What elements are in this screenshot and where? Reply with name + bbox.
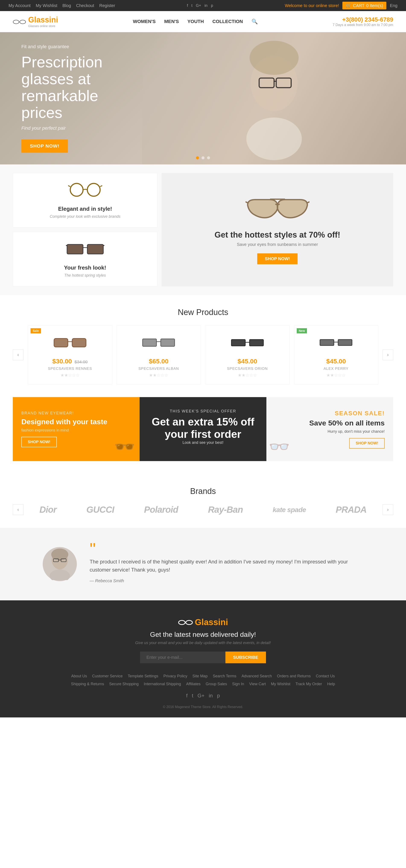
product-image-0 (32, 332, 108, 353)
hero-shop-now-button[interactable]: SHOP NOW! (21, 140, 68, 153)
nav-womens[interactable]: WOMEN'S (133, 19, 155, 24)
footer-link-wishlist[interactable]: My Wishlist (271, 682, 290, 686)
register-link[interactable]: Register (99, 3, 115, 8)
facebook-icon[interactable]: f (187, 3, 188, 8)
my-wishlist-link[interactable]: My Wishlist (36, 3, 57, 8)
nav-collection[interactable]: COLLECTION (212, 19, 243, 24)
quote-mark: " (90, 545, 363, 553)
logo-sub: Glasses online store (28, 24, 58, 28)
footer-pinterest-icon[interactable]: p (217, 693, 220, 699)
footer-twitter-icon[interactable]: t (192, 693, 194, 699)
top-bar: My Account My Wishlist Blog Checkout Reg… (0, 0, 406, 11)
aviator-glasses-svg (245, 195, 310, 223)
footer-link-privacy[interactable]: Privacy Policy (164, 674, 187, 678)
promo-orange-button[interactable]: SHOP NOW! (21, 437, 57, 447)
svg-rect-19 (72, 338, 86, 347)
twitter-icon[interactable]: t (192, 3, 193, 8)
footer-link-international[interactable]: International Shipping (144, 682, 181, 686)
promo-light-button[interactable]: SHOP NOW! (349, 438, 385, 448)
brand-prada[interactable]: PRADA (336, 504, 367, 515)
footer-link-contact[interactable]: Contact Us (316, 674, 335, 678)
testimonial-content: " The product I received is of the highe… (90, 545, 363, 583)
language-selector[interactable]: Eng (390, 3, 398, 8)
product-price-2: $45.00 (210, 358, 285, 365)
phone-number: +3(800) 2345-6789 (332, 16, 393, 23)
footer-newsletter-sub: Give us your email and you will be daily… (13, 641, 393, 645)
hero-dot-3[interactable] (207, 156, 210, 159)
product-name-0: SPECSAVERS RENNES (32, 367, 108, 371)
products-carousel: ‹ Sale $30.00 $34.00 SPECSAVERS RENNES ★… (13, 326, 393, 384)
linkedin-icon[interactable]: in (204, 3, 207, 8)
brands-carousel: ‹ Dior GUCCI Polaroid Ray-Ban kate spade… (13, 504, 393, 515)
footer-link-track-order[interactable]: Track My Order (295, 682, 322, 686)
footer-link-sitemap[interactable]: Site Map (193, 674, 208, 678)
hero-dot-2[interactable] (202, 156, 204, 159)
footer-link-view-cart[interactable]: View Cart (249, 682, 266, 686)
footer-link-search-terms[interactable]: Search Terms (213, 674, 236, 678)
contact-info: +3(800) 2345-6789 7 Days a week from 9:0… (332, 16, 393, 27)
footer-link-shipping[interactable]: Shipping & Returns (71, 682, 104, 686)
footer-link-secure-shopping[interactable]: Secure Shopping (109, 682, 139, 686)
brands-section-title: Brands (13, 487, 393, 496)
brand-gucci[interactable]: GUCCI (86, 504, 114, 515)
subscribe-button[interactable]: SUBSCRIBE (225, 652, 266, 663)
product-badge-new: New (297, 328, 307, 333)
pinterest-icon[interactable]: p (211, 3, 213, 8)
hero-dot-1[interactable] (196, 156, 199, 159)
cart-icon: 🛒 (346, 3, 351, 8)
footer-social-icons: f t G+ in p (13, 693, 393, 699)
brands-next-button[interactable]: › (382, 504, 393, 515)
footer-link-help[interactable]: Help (327, 682, 335, 686)
promo-dark-desc: Look and see your best! (182, 440, 224, 445)
brand-rayban[interactable]: Ray-Ban (208, 504, 243, 515)
cart-button[interactable]: 🛒 CART 0 Item(s) (342, 2, 386, 9)
blog-link[interactable]: Blog (62, 3, 71, 8)
brand-dior[interactable]: Dior (39, 504, 57, 515)
carousel-next-button[interactable]: › (382, 349, 393, 360)
round-glasses-svg (68, 182, 102, 197)
footer-link-signin[interactable]: Sign In (232, 682, 244, 686)
testimonial-avatar (43, 547, 77, 581)
email-field[interactable] (140, 652, 225, 663)
nav-mens[interactable]: MEN'S (164, 19, 179, 24)
social-icons: f t G+ in p (187, 3, 213, 8)
logo-text: Glassini (28, 16, 58, 24)
footer-linkedin-icon[interactable]: in (209, 693, 213, 699)
footer-links-row-2: Shipping & Returns Secure Shopping Inter… (13, 682, 393, 686)
carousel-prev-button[interactable]: ‹ (13, 349, 24, 360)
feature-right-shop-button[interactable]: SHOP NOW! (257, 253, 297, 264)
footer-google-plus-icon[interactable]: G+ (198, 693, 204, 699)
svg-point-6 (70, 183, 83, 196)
brands-prev-button[interactable]: ‹ (13, 504, 24, 515)
logo[interactable]: ⬭⬭ Glassini Glasses online store (13, 16, 58, 28)
elegant-card-title: Elegant and in style! (22, 206, 149, 212)
brand-polaroid[interactable]: Polaroid (144, 504, 178, 515)
checkout-link[interactable]: Checkout (76, 3, 94, 8)
footer-link-about[interactable]: About Us (71, 674, 87, 678)
nav-youth[interactable]: YOUTH (187, 19, 204, 24)
table-row: $45.00 SPECSAVERS ORION ★★☆☆☆ (205, 326, 290, 384)
logo-icon: ⬭⬭ (13, 17, 26, 26)
product-price-3: $45.00 (298, 358, 374, 365)
search-icon[interactable]: 🔍 (252, 19, 258, 25)
footer-link-customer-service[interactable]: Customer Service (92, 674, 122, 678)
footer-link-orders[interactable]: Orders and Returns (277, 674, 311, 678)
footer-copyright: © 2016 Magenest Theme Store. All Rights … (13, 705, 393, 709)
cart-label: CART (353, 3, 365, 8)
footer-link-group-sales[interactable]: Group Sales (206, 682, 227, 686)
top-bar-right: Welcome to our online store! 🛒 CART 0 It… (285, 2, 398, 9)
feature-card-elegant: Elegant and in style! Complete your look… (13, 173, 157, 227)
footer-link-affiliates[interactable]: Affiliates (186, 682, 201, 686)
brand-katespade[interactable]: kate spade (273, 506, 306, 514)
footer-link-advanced-search[interactable]: Advanced Search (241, 674, 272, 678)
product-name-3: ALEX PERRY (298, 367, 374, 371)
google-plus-icon[interactable]: G+ (196, 3, 201, 8)
promo-card-light: Season sale! Save 50% on all items Hurry… (266, 397, 393, 461)
product-stars-1: ★★☆☆☆ (121, 373, 197, 378)
footer: ⬭⬭ Glassini Get the latest news delivere… (0, 600, 406, 717)
my-account-link[interactable]: My Account (8, 3, 31, 8)
footer-facebook-icon[interactable]: f (186, 693, 187, 699)
feature-right: Get the hottest styles at 70% off! Save … (162, 173, 393, 286)
svg-line-16 (245, 202, 248, 203)
footer-link-template-settings[interactable]: Template Settings (128, 674, 158, 678)
